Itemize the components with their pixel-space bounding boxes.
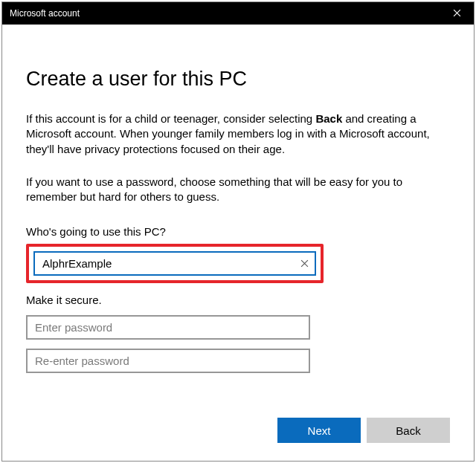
reenter-password-input[interactable] <box>26 349 310 373</box>
info-paragraph-1: If this account is for a child or teenag… <box>26 111 443 157</box>
para1-bold: Back <box>315 112 342 125</box>
close-button[interactable] <box>440 2 474 25</box>
dialog-window: Microsoft account Create a user for this… <box>1 1 475 462</box>
back-button[interactable]: Back <box>367 418 450 443</box>
info-paragraph-2: If you want to use a password, choose so… <box>26 175 443 205</box>
password-input[interactable] <box>26 315 310 340</box>
username-highlight <box>26 244 324 283</box>
para1-pre: If this account is for a child or teenag… <box>26 112 315 125</box>
next-button[interactable]: Next <box>277 418 361 443</box>
button-row: Next Back <box>26 418 450 446</box>
close-icon <box>453 7 461 20</box>
clear-icon <box>300 257 309 271</box>
secure-label: Make it secure. <box>26 294 450 306</box>
page-title: Create a user for this PC <box>26 68 450 91</box>
content-area: Create a user for this PC If this accoun… <box>2 25 474 461</box>
titlebar-title: Microsoft account <box>10 8 80 19</box>
username-input[interactable] <box>35 253 315 274</box>
username-label: Who's going to use this PC? <box>26 225 450 238</box>
clear-input-button[interactable] <box>298 258 310 270</box>
titlebar: Microsoft account <box>2 2 474 25</box>
username-input-box <box>33 251 316 276</box>
